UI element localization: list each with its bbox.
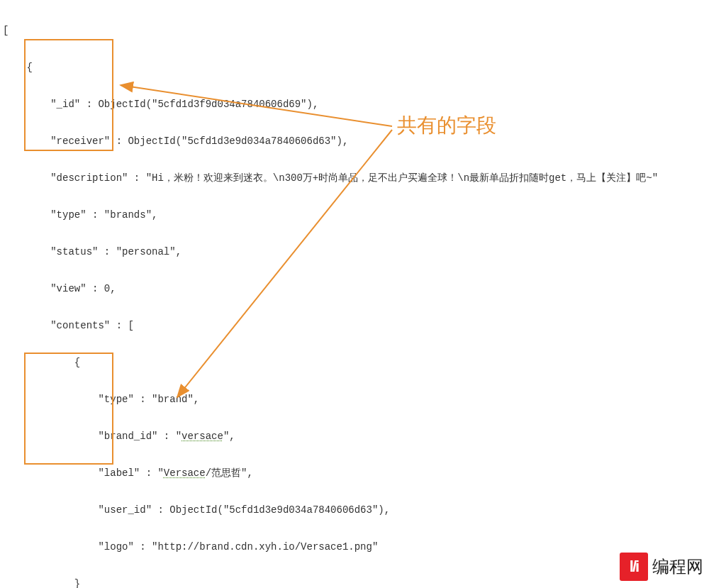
watermark-logo: l/i 编程网 [620, 553, 703, 581]
code-line: "brand_id" : "versace", [3, 427, 706, 445]
code-line: { [3, 58, 706, 77]
code-line: "user_id" : ObjectId("5cfd1d3e9d034a7840… [3, 501, 706, 519]
code-line: "receiver" : ObjectId("5cfd1d3e9d034a784… [3, 132, 706, 150]
code-line: "description" : "Hi，米粉！欢迎来到迷衣。\n300万+时尚单… [3, 169, 706, 187]
code-line: "view" : 0, [3, 279, 706, 298]
code-line: "_id" : ObjectId("5cfd1d3f9d034a7840606d… [3, 95, 706, 113]
logo-text: 编程网 [652, 555, 703, 578]
code-line: "type" : "brands", [3, 206, 706, 224]
code-line: "type" : "brand", [3, 390, 706, 409]
code-line: "contents" : [ [3, 316, 706, 335]
code-line: "logo" : "http://brand.cdn.xyh.io/Versac… [3, 538, 706, 556]
code-line: "label" : "Versace/范思哲", [3, 464, 706, 482]
code-line: { [3, 353, 706, 372]
code-line: "status" : "personal", [3, 243, 706, 261]
logo-icon: l/i [620, 553, 648, 581]
code-line: [ [3, 21, 706, 40]
annotation-label: 共有的字段 [397, 112, 496, 139]
code-line: } [3, 575, 706, 588]
code-block: [ { "_id" : ObjectId("5cfd1d3f9d034a7840… [0, 0, 709, 588]
